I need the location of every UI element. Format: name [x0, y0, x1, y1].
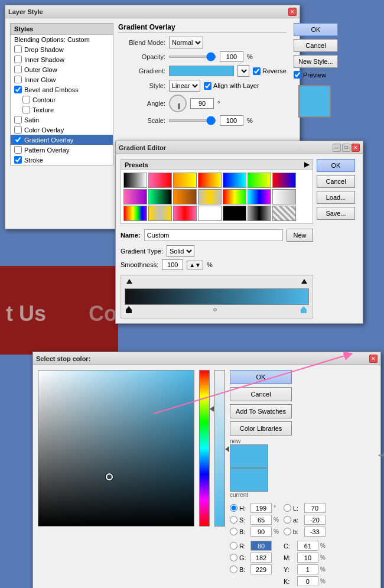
ge-bottom-stop-right[interactable] — [301, 306, 308, 314]
blend-mode-select[interactable]: Normal — [169, 37, 203, 48]
sidebar-item-contour[interactable]: Contour — [11, 95, 113, 105]
cp-b2-radio[interactable] — [230, 566, 237, 573]
cp-swap-icon[interactable]: ⇌ — [378, 450, 384, 459]
preset-swatch-21[interactable] — [272, 206, 296, 221]
sidebar-item-color-overlay[interactable]: Color Overlay — [11, 125, 113, 135]
sidebar-item-satin[interactable]: Satin — [11, 115, 113, 125]
ge-bottom-stop-left[interactable] — [126, 306, 133, 314]
sidebar-item-outer-glow[interactable]: Outer Glow — [11, 64, 113, 74]
sidebar-item-blending[interactable]: Blending Options: Custom — [11, 35, 113, 44]
gradient-overlay-checkbox[interactable] — [14, 136, 22, 144]
scale-input[interactable] — [220, 115, 243, 126]
bevel-checkbox[interactable] — [14, 86, 22, 93]
preset-swatch-17[interactable] — [173, 206, 197, 221]
preset-swatch-2[interactable] — [148, 173, 172, 188]
ge-close-button[interactable]: ✕ — [352, 144, 360, 152]
cp-s-radio[interactable] — [230, 516, 237, 524]
cp-color-libraries-button[interactable]: Color Libraries — [230, 421, 292, 436]
cp-ok-button[interactable]: OK — [230, 370, 292, 384]
cp-m-input[interactable] — [297, 553, 318, 563]
cp-k-input[interactable] — [297, 576, 318, 586]
cp-close-button[interactable]: ✕ — [369, 355, 378, 363]
sidebar-item-bevel[interactable]: Bevel and Emboss — [11, 85, 113, 95]
preset-swatch-20[interactable] — [248, 206, 271, 221]
cp-h-input[interactable] — [250, 503, 272, 513]
ge-minimize-button[interactable]: — — [333, 144, 341, 152]
sidebar-item-inner-glow[interactable]: Inner Glow — [11, 74, 113, 85]
opacity-slider[interactable] — [169, 56, 216, 58]
presets-arrow[interactable]: ▶ — [304, 161, 309, 168]
ge-name-input[interactable] — [144, 229, 283, 241]
ge-new-button[interactable]: New — [287, 229, 313, 242]
cp-a-radio[interactable] — [284, 516, 291, 524]
saturation-field[interactable] — [38, 370, 194, 527]
sidebar-item-texture[interactable]: Texture — [11, 105, 113, 115]
outer-glow-checkbox[interactable] — [14, 66, 22, 73]
cp-g-radio[interactable] — [230, 554, 237, 561]
angle-dial[interactable] — [169, 95, 187, 112]
ls-new-style-button[interactable]: New Style... — [294, 55, 338, 68]
gradient-preview-bar[interactable] — [169, 66, 234, 76]
layer-style-close-button[interactable]: ✕ — [288, 8, 297, 16]
preset-swatch-8[interactable] — [123, 189, 147, 204]
reverse-checkbox[interactable] — [253, 67, 261, 75]
cp-r-radio[interactable] — [230, 542, 237, 550]
cp-h-radio[interactable] — [230, 504, 237, 512]
sidebar-item-drop-shadow[interactable]: Drop Shadow — [11, 44, 113, 54]
cp-l-radio[interactable] — [284, 504, 291, 512]
sidebar-item-inner-shadow[interactable]: Inner Shadow — [11, 54, 113, 64]
preset-swatch-10[interactable] — [173, 189, 197, 204]
satin-checkbox[interactable] — [14, 116, 22, 124]
cp-l-input[interactable] — [304, 503, 326, 513]
ge-maximize-button[interactable]: □ — [342, 144, 350, 152]
preset-swatch-5[interactable] — [223, 173, 246, 188]
preset-swatch-14[interactable] — [272, 189, 296, 204]
hue-slider-wrap[interactable] — [199, 370, 210, 527]
preset-swatch-7[interactable] — [272, 173, 296, 188]
opacity-slider-wrap[interactable] — [214, 370, 225, 527]
preset-swatch-13[interactable] — [248, 189, 271, 204]
cp-c-input[interactable] — [297, 541, 318, 551]
cp-b-radio[interactable] — [230, 528, 237, 535]
ge-save-button[interactable]: Save... — [317, 207, 355, 220]
cp-cancel-button[interactable]: Cancel — [230, 387, 292, 401]
ls-ok-button[interactable]: OK — [294, 23, 338, 36]
gradient-select-arrow[interactable] — [237, 65, 249, 77]
preset-swatch-9[interactable] — [148, 189, 172, 204]
preset-swatch-4[interactable] — [198, 173, 222, 188]
cp-y-input[interactable] — [297, 564, 318, 574]
ge-cancel-button[interactable]: Cancel — [317, 175, 355, 188]
drop-shadow-checkbox[interactable] — [14, 46, 22, 53]
inner-shadow-checkbox[interactable] — [14, 56, 22, 63]
ge-type-select[interactable]: Solid — [167, 245, 194, 257]
ls-cancel-button[interactable]: Cancel — [294, 39, 338, 52]
texture-checkbox[interactable] — [22, 106, 30, 113]
sidebar-item-pattern-overlay[interactable]: Pattern Overlay — [11, 145, 113, 155]
cp-s-input[interactable] — [250, 515, 272, 525]
cp-b3-radio[interactable] — [284, 528, 291, 535]
angle-input[interactable] — [190, 98, 214, 109]
preset-swatch-1[interactable] — [123, 173, 147, 188]
sidebar-item-stroke[interactable]: Stroke — [11, 155, 113, 165]
ge-smoothness-arrow[interactable]: ▲▼ — [187, 261, 203, 269]
preset-swatch-18[interactable] — [198, 206, 222, 221]
preset-swatch-12[interactable] — [223, 189, 246, 204]
ge-ok-button[interactable]: OK — [317, 159, 355, 172]
preset-swatch-16[interactable] — [148, 206, 172, 221]
align-layer-checkbox[interactable] — [204, 82, 211, 90]
preview-checkbox[interactable] — [294, 71, 301, 79]
ge-top-stop-left[interactable] — [126, 279, 133, 287]
ge-top-stop-right[interactable] — [301, 279, 308, 287]
stroke-checkbox[interactable] — [14, 156, 22, 164]
color-overlay-checkbox[interactable] — [14, 126, 22, 134]
cp-b2-input[interactable] — [250, 564, 272, 574]
preset-swatch-19[interactable] — [223, 206, 246, 221]
preset-swatch-11[interactable] — [198, 189, 222, 204]
cp-b3-input[interactable] — [304, 527, 326, 537]
preset-swatch-6[interactable] — [248, 173, 271, 188]
cp-a-input[interactable] — [304, 515, 326, 525]
cp-add-swatches-button[interactable]: Add To Swatches — [230, 404, 292, 418]
sidebar-item-gradient-overlay[interactable]: Gradient Overlay — [11, 135, 113, 145]
inner-glow-checkbox[interactable] — [14, 76, 22, 83]
cp-r-input[interactable] — [250, 541, 272, 551]
